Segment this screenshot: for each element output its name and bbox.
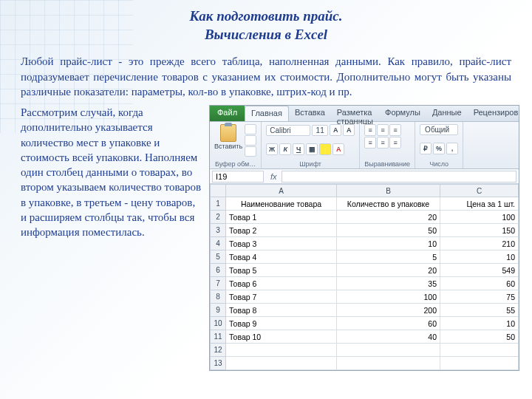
cell[interactable]: 50 [337, 224, 440, 237]
align-right-button[interactable]: ≡ [389, 137, 401, 149]
clipboard-group-label: Буфер обм… [214, 160, 256, 168]
col-header-c[interactable]: C [440, 184, 519, 197]
cell[interactable]: Товар 1 [226, 211, 337, 224]
tab-review[interactable]: Рецензиров [468, 106, 525, 121]
cell[interactable]: 10 [440, 317, 519, 330]
title-line2: Вычисления в Excel [0, 26, 532, 44]
cell[interactable]: 40 [337, 330, 440, 344]
row-header[interactable]: 6 [210, 264, 226, 277]
table-row: Товар 4510 [226, 250, 519, 264]
row-header[interactable]: 4 [210, 237, 226, 250]
col-header-b[interactable]: B [337, 184, 440, 197]
cell[interactable]: 549 [440, 264, 519, 277]
cell[interactable]: Товар 6 [226, 277, 337, 290]
cell[interactable]: Товар 5 [226, 264, 337, 277]
table-row: Товар 710075 [226, 290, 519, 304]
cell[interactable]: Товар 10 [226, 330, 337, 344]
cell[interactable] [337, 357, 440, 370]
select-all-corner[interactable] [210, 184, 226, 197]
cell[interactable]: 75 [440, 290, 519, 304]
align-top-button[interactable]: ≡ [364, 124, 376, 136]
row-header[interactable]: 2 [210, 211, 226, 224]
cell[interactable] [226, 357, 337, 370]
tab-data[interactable]: Данные [426, 106, 468, 121]
cell[interactable]: 150 [440, 224, 519, 237]
cell[interactable]: 55 [440, 304, 519, 317]
font-group-label: Шрифт [266, 160, 355, 168]
align-bottom-button[interactable]: ≡ [389, 124, 401, 136]
table-row [226, 344, 519, 357]
cell[interactable]: 50 [440, 330, 519, 344]
tab-file[interactable]: Файл [210, 106, 245, 121]
row-header[interactable]: 11 [210, 330, 226, 344]
align-center-button[interactable]: ≡ [377, 137, 389, 149]
fill-color-button[interactable] [319, 143, 331, 155]
col-header-a[interactable]: A [226, 184, 337, 197]
cell[interactable]: 210 [440, 237, 519, 250]
cell[interactable] [337, 344, 440, 357]
cell[interactable]: 10 [337, 237, 440, 250]
align-left-button[interactable]: ≡ [364, 137, 376, 149]
cell[interactable]: 35 [337, 277, 440, 290]
ribbon-group-number: Общий ₽ % , Число [415, 122, 463, 168]
cell[interactable]: 20 [337, 264, 440, 277]
cell[interactable]: 100 [440, 211, 519, 224]
cell[interactable]: Товар 8 [226, 304, 337, 317]
currency-button[interactable]: ₽ [420, 143, 432, 154]
font-color-button[interactable]: A [332, 143, 344, 155]
comma-button[interactable]: , [446, 143, 458, 154]
cell[interactable]: Товар 2 [226, 224, 337, 237]
cell[interactable]: 20 [337, 211, 440, 224]
paste-button[interactable]: Вставить [214, 124, 242, 157]
cell[interactable]: 60 [337, 317, 440, 330]
format-painter-button[interactable] [245, 146, 256, 157]
row-header[interactable]: 10 [210, 317, 226, 330]
row-header[interactable]: 13 [210, 357, 226, 370]
cell[interactable]: 60 [440, 277, 519, 290]
row-header[interactable]: 3 [210, 224, 226, 237]
border-button[interactable]: ▦ [306, 143, 318, 155]
cell[interactable]: Количество в упаковке [337, 197, 440, 211]
italic-button[interactable]: К [279, 143, 291, 155]
font-size-select[interactable]: 11 [312, 125, 328, 136]
cell[interactable]: Товар 7 [226, 290, 337, 304]
font-name-select[interactable]: Calibri [266, 125, 310, 136]
cell[interactable]: 200 [337, 304, 440, 317]
cell[interactable]: Товар 9 [226, 317, 337, 330]
row-header[interactable]: 12 [210, 344, 226, 357]
cell[interactable]: 100 [337, 290, 440, 304]
tab-insert[interactable]: Вставка [289, 106, 331, 121]
number-format-select[interactable]: Общий [420, 124, 458, 135]
cell[interactable]: Наименование товара [226, 197, 337, 211]
cell[interactable] [226, 344, 337, 357]
row-header[interactable]: 8 [210, 290, 226, 304]
cell[interactable]: 10 [440, 250, 519, 264]
worksheet: 12345678910111213 A B C Наименование тов… [210, 184, 519, 370]
table-row: Товар 310210 [226, 237, 519, 250]
underline-button[interactable]: Ч [293, 143, 304, 155]
clipboard-icon [220, 124, 236, 142]
row-header[interactable]: 1 [210, 197, 226, 211]
cell[interactable]: Товар 4 [226, 250, 337, 264]
cell[interactable] [440, 344, 519, 357]
cell[interactable] [440, 357, 519, 370]
formula-bar[interactable] [282, 171, 516, 183]
tab-layout[interactable]: Разметка страницы [331, 106, 379, 121]
cell[interactable]: Цена за 1 шт. [440, 197, 519, 211]
name-box[interactable]: I19 [212, 171, 264, 183]
tab-formulas[interactable]: Формулы [379, 106, 426, 121]
cut-button[interactable] [245, 124, 256, 134]
row-header[interactable]: 9 [210, 304, 226, 317]
fx-icon[interactable]: fx [266, 172, 282, 181]
copy-button[interactable] [245, 135, 256, 146]
row-header[interactable]: 5 [210, 250, 226, 264]
percent-button[interactable]: % [433, 143, 445, 154]
cell[interactable]: 5 [337, 250, 440, 264]
align-middle-button[interactable]: ≡ [377, 124, 389, 136]
increase-font-button[interactable]: A [330, 124, 341, 136]
decrease-font-button[interactable]: A [343, 124, 355, 136]
row-header[interactable]: 7 [210, 277, 226, 290]
cell[interactable]: Товар 3 [226, 237, 337, 250]
tab-home[interactable]: Главная [245, 106, 289, 121]
bold-button[interactable]: Ж [266, 143, 278, 155]
